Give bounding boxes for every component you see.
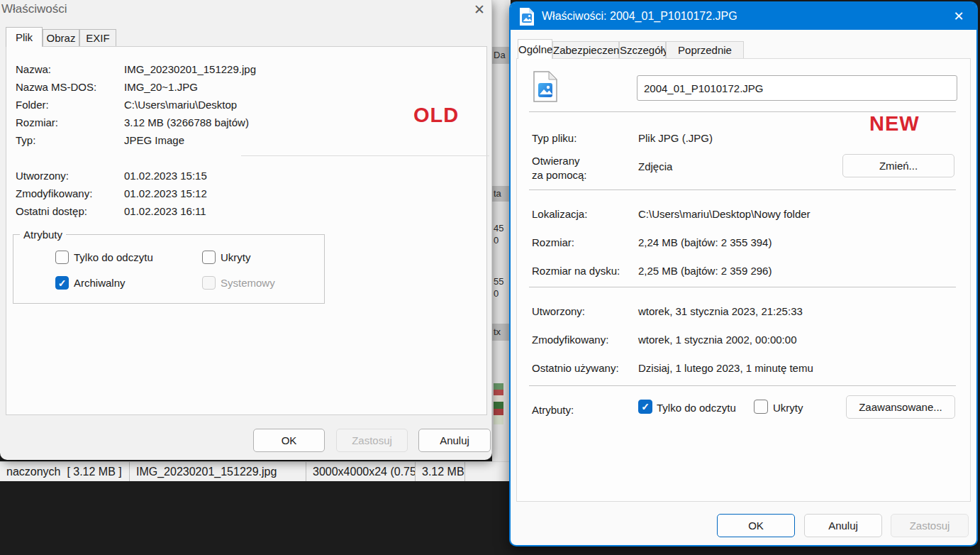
close-icon[interactable]: ✕ (946, 6, 971, 27)
field-label: Rozmiar: (532, 236, 574, 248)
background-text-fragment: tx (492, 324, 511, 341)
apply-button: Zastosuj (336, 429, 408, 452)
checkbox-label: Systemowy (221, 277, 275, 289)
status-segment-filename: IMG_20230201_151229.jpg (130, 462, 306, 481)
background-text-fragment: 45 (492, 223, 511, 233)
ok-button[interactable]: OK (253, 429, 325, 452)
cancel-button[interactable]: Anuluj (804, 514, 882, 537)
field-label: Folder: (16, 99, 49, 111)
field-label: Typ pliku: (532, 132, 577, 144)
old-properties-dialog: Właściwości ✕ Plik Obraz EXIF Nazwa: IMG… (0, 0, 492, 460)
apply-button: Zastosuj (891, 514, 969, 537)
dialog-title: Właściwości (1, 2, 67, 16)
checkbox-label[interactable]: Ukryty (773, 402, 803, 414)
change-app-button[interactable]: Zmień... (842, 154, 954, 177)
separator (529, 287, 956, 287)
image-file-icon (533, 71, 557, 105)
field-label: Ostatnio używany: (532, 362, 619, 374)
separator (529, 385, 956, 386)
tab-page-plik (6, 46, 487, 415)
status-bar: naczonych [ 3.12 MB ] IMG_20230201_15122… (0, 461, 510, 481)
status-segment-dimensions: 3000x4000x24 (0.75) (306, 462, 416, 481)
status-segment-filesize: 3.12 MB (416, 462, 465, 481)
field-label: Nazwa MS-DOS: (16, 81, 96, 93)
field-value: 3.12 MB (3266788 bajtów) (124, 116, 249, 128)
field-value: JPEG Image (124, 134, 184, 146)
checkbox-tylko-do-odczytu[interactable] (638, 400, 652, 414)
tab-ogolne[interactable]: Ogólne (518, 39, 552, 59)
status-segment-selection: naczonych [ 3.12 MB ] (0, 462, 130, 481)
background-text-fragment: 0 (492, 235, 511, 246)
field-value: 01.02.2023 15:12 (124, 187, 207, 199)
field-value: wtorek, 1 stycznia 2002, 00:00:00 (638, 334, 796, 346)
tab-szczegoly[interactable]: Szczegóły (619, 41, 666, 59)
background-text-fragment: ta (492, 186, 511, 202)
field-label: Otwierany (532, 155, 580, 167)
field-value: 01.02.2023 16:11 (124, 205, 206, 217)
field-value: Zdjęcia (638, 160, 672, 172)
close-icon[interactable]: ✕ (468, 0, 491, 21)
checkbox-ukryty[interactable] (202, 251, 216, 264)
field-value: 2,25 MB (bajtów: 2 359 296) (638, 265, 772, 277)
background-text-fragment: 55 (492, 276, 511, 287)
separator (241, 155, 489, 156)
checkbox-archiwalny[interactable] (55, 276, 69, 290)
checkbox-systemowy (202, 276, 216, 290)
tab-exif[interactable]: EXIF (79, 29, 116, 47)
tab-poprzednie-wersje[interactable]: Poprzednie wersje (666, 41, 744, 59)
field-value: Dzisiaj, 1 lutego 2023, 1 minutę temu (638, 362, 813, 374)
field-label: Rozmiar: (16, 116, 58, 128)
new-annotation-label: NEW (869, 112, 920, 136)
checkbox-label[interactable]: Archiwalny (74, 277, 126, 289)
attributes-groupbox-title: Atrybuty (20, 229, 66, 241)
field-value: Plik JPG (.JPG) (638, 132, 713, 144)
tab-plik[interactable]: Plik (6, 27, 43, 47)
field-label: Zmodyfikowany: (532, 334, 608, 346)
field-label: za pomocą: (532, 169, 587, 181)
checkbox-label[interactable]: Tylko do odczytu (657, 402, 736, 414)
field-value: C:\Users\mariu\Desktop (124, 99, 237, 111)
field-value: IMG_20~1.JPG (124, 81, 198, 93)
field-label: Lokalizacja: (532, 208, 587, 220)
field-label: Rozmiar na dysku: (532, 265, 620, 277)
ok-button[interactable]: OK (717, 514, 795, 537)
advanced-button[interactable]: Zaawansowane... (846, 395, 955, 419)
checkbox-label[interactable]: Tylko do odczytu (74, 251, 153, 263)
field-label: Utworzony: (16, 170, 69, 182)
checkbox-tylko-do-odczytu[interactable] (55, 251, 69, 264)
image-file-icon (519, 7, 535, 29)
field-label: Ostatni dostęp: (16, 205, 87, 217)
field-label: Nazwa: (16, 63, 51, 75)
field-value: 2,24 MB (bajtów: 2 355 394) (638, 236, 772, 248)
attributes-groupbox (13, 234, 325, 304)
separator (529, 189, 956, 190)
new-properties-dialog: Właściwości: 2004_01_P1010172.JPG ✕ Ogól… (509, 1, 978, 546)
background-text-fragment: 0 (492, 288, 511, 299)
background-app-strip: Da ta 45 0 55 0 tx (492, 0, 511, 461)
field-value: 01.02.2023 15:15 (124, 170, 207, 182)
tab-obraz[interactable]: Obraz (43, 29, 79, 47)
dialog-title: Właściwości: 2004_01_P1010172.JPG (542, 3, 737, 30)
cancel-button[interactable]: Anuluj (418, 429, 491, 452)
field-value: wtorek, 31 stycznia 2023, 21:25:33 (638, 305, 803, 317)
tab-zabezpieczenia[interactable]: Zabezpieczenia (552, 41, 619, 59)
field-label: Utworzony: (532, 305, 585, 317)
field-value: IMG_20230201_151229.jpg (124, 63, 256, 75)
title-bar: Właściwości: 2004_01_P1010172.JPG ✕ (511, 3, 976, 30)
background-text-fragment: Da (492, 47, 511, 64)
background-image-fragment (494, 383, 503, 424)
field-label: Atrybuty: (532, 404, 574, 416)
old-annotation-label: OLD (413, 104, 459, 127)
field-value: C:\Users\mariu\Desktop\Nowy folder (638, 208, 811, 220)
filename-input[interactable] (637, 75, 957, 101)
field-label: Zmodyfikowany: (16, 187, 92, 199)
checkbox-ukryty[interactable] (754, 400, 768, 414)
checkbox-label[interactable]: Ukryty (221, 251, 251, 263)
field-label: Typ: (16, 134, 35, 146)
